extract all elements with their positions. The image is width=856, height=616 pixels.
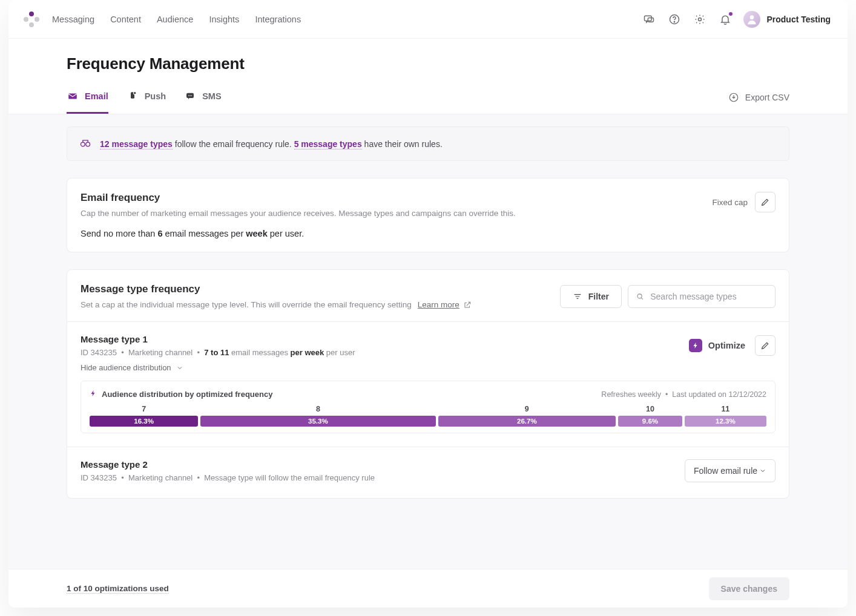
svg-point-12	[133, 92, 136, 95]
message-type-1: Message type 1 ID 343235 • Marketing cha…	[67, 322, 789, 447]
brand-logo[interactable]	[21, 8, 42, 30]
nav-icons	[642, 12, 733, 27]
dist-bar-label: 11	[685, 405, 766, 413]
nav-messaging[interactable]: Messaging	[52, 15, 94, 24]
banner-text-mid: follow the email frequency rule.	[173, 139, 294, 149]
pencil-icon	[760, 341, 770, 350]
chevron-down-icon	[176, 364, 183, 372]
bolt-badge	[689, 339, 702, 352]
dist-bars: 16.3%35.3%26.7%9.6%12.3%	[90, 416, 766, 427]
search-input[interactable]	[650, 292, 768, 301]
svg-point-2	[35, 17, 39, 22]
distribution-panel: Audience distribution by optimized frequ…	[81, 381, 775, 433]
edit-email-frequency-button[interactable]	[755, 192, 775, 212]
optimizations-used[interactable]: 1 of 10 optimizations used	[67, 584, 169, 594]
tab-email[interactable]: Email	[67, 90, 108, 114]
push-icon	[127, 90, 139, 102]
email-frequency-card: Email frequency Cap the number of market…	[67, 178, 789, 252]
message-type-2: Message type 2 ID 343235 • Marketing cha…	[67, 447, 789, 498]
learn-more-link[interactable]: Learn more	[418, 300, 472, 309]
bolt-icon	[692, 342, 699, 349]
svg-point-18	[81, 142, 85, 146]
follow-rule-select[interactable]: Follow email rule	[685, 459, 775, 482]
svg-point-7	[674, 21, 675, 22]
help-icon[interactable]	[667, 12, 682, 27]
dist-bar-label: 7	[90, 405, 198, 413]
filter-label: Filter	[588, 292, 609, 301]
message-type-frequency-card: Message type frequency Set a cap at the …	[67, 269, 789, 499]
dist-title: Audience distribution by optimized frequ…	[102, 390, 272, 399]
dist-bar: 16.3%	[90, 416, 198, 427]
tab-email-label: Email	[85, 91, 108, 101]
email-icon	[67, 90, 79, 102]
filter-icon	[573, 292, 582, 301]
svg-point-16	[191, 95, 193, 96]
dist-bar: 12.3%	[685, 416, 766, 427]
svg-point-14	[188, 95, 189, 96]
page-header: Frequency Management Email Push	[8, 39, 848, 114]
filter-button[interactable]: Filter	[560, 285, 622, 308]
save-changes-button[interactable]: Save changes	[709, 577, 789, 600]
export-csv-button[interactable]: Export CSV	[728, 92, 789, 113]
search-message-types[interactable]	[628, 285, 775, 308]
tab-sms-label: SMS	[202, 91, 221, 101]
mt2-title: Message type 2	[81, 459, 375, 470]
banner-link-5[interactable]: 5 message types	[294, 139, 362, 149]
nav-insights[interactable]: Insights	[209, 15, 239, 24]
banner-link-12[interactable]: 12 message types	[100, 139, 173, 149]
bottom-bar: 1 of 10 optimizations used Save changes	[8, 569, 848, 608]
page-title: Frequency Management	[67, 54, 789, 73]
toggle-distribution[interactable]: Hide audience distribution	[81, 363, 775, 372]
dist-bar: 9.6%	[618, 416, 682, 427]
email-freq-rule: Send no more than 6 email messages per w…	[81, 229, 775, 238]
chat-icon[interactable]	[642, 12, 656, 27]
svg-point-0	[29, 11, 34, 16]
dist-bar-label: 8	[200, 405, 435, 413]
binoculars-icon	[79, 137, 91, 151]
mt1-meta: ID 343235 • Marketing channel • 7 to 11 …	[81, 348, 355, 357]
bolt-icon	[90, 390, 97, 399]
edit-mt1-button[interactable]	[755, 335, 775, 356]
svg-point-9	[750, 15, 754, 19]
banner-text: 12 message types follow the email freque…	[100, 139, 443, 149]
tab-push[interactable]: Push	[127, 90, 166, 114]
dist-bar-labels: 7891011	[90, 405, 766, 413]
nav-links: Messaging Content Audience Insights Inte…	[52, 15, 301, 24]
channel-tabs: Email Push SMS	[67, 90, 222, 114]
mt2-meta: ID 343235 • Marketing channel • Message …	[81, 473, 375, 482]
email-freq-subtitle: Cap the number of marketing email messag…	[81, 209, 516, 218]
fixed-cap-label: Fixed cap	[712, 198, 748, 207]
search-icon	[636, 292, 644, 301]
pencil-icon	[760, 197, 770, 207]
nav-integrations[interactable]: Integrations	[255, 15, 301, 24]
dist-refresh-info: Refreshes weekly • Last updated on 12/12…	[601, 390, 766, 399]
dist-bar-label: 10	[618, 405, 682, 413]
mt1-title: Message type 1	[81, 334, 355, 344]
avatar	[743, 11, 760, 28]
svg-point-1	[24, 17, 28, 22]
user-menu[interactable]: Product Testing	[743, 11, 831, 28]
mt-freq-title: Message type frequency	[81, 283, 472, 295]
email-freq-title: Email frequency	[81, 192, 516, 204]
sms-icon	[184, 90, 196, 102]
export-csv-label: Export CSV	[745, 93, 789, 102]
download-icon	[728, 92, 739, 103]
info-banner: 12 message types follow the email freque…	[67, 126, 789, 161]
settings-icon[interactable]	[693, 12, 707, 27]
tab-sms[interactable]: SMS	[184, 90, 221, 114]
follow-rule-label: Follow email rule	[694, 466, 757, 476]
nav-audience[interactable]: Audience	[157, 15, 193, 24]
bell-icon[interactable]	[718, 12, 733, 27]
svg-rect-10	[68, 94, 77, 99]
dist-bar: 26.7%	[438, 416, 616, 427]
optimize-label: Optimize	[708, 341, 745, 350]
svg-point-8	[699, 18, 702, 21]
optimize-button[interactable]: Optimize	[685, 336, 749, 355]
svg-point-20	[637, 293, 642, 298]
nav-content[interactable]: Content	[110, 15, 141, 24]
dist-bar: 35.3%	[200, 416, 435, 427]
banner-text-end: have their own rules.	[362, 139, 443, 149]
mt-freq-subtitle: Set a cap at the individual message type…	[81, 300, 412, 309]
tab-push-label: Push	[145, 91, 166, 101]
svg-point-3	[29, 22, 34, 27]
